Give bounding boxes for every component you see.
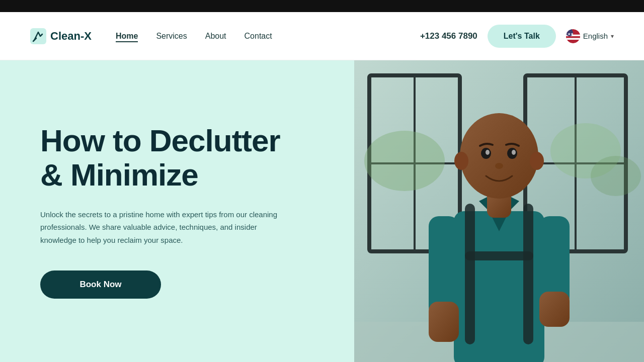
hero-title: How to Declutter & Minimize: [40, 124, 314, 192]
nav-link-home[interactable]: Home: [116, 32, 138, 42]
nav-item-contact[interactable]: Contact: [245, 32, 272, 41]
language-label: English: [583, 32, 608, 40]
hero-title-line1: How to Declutter: [40, 123, 280, 158]
nav-left: Clean-X Home Services About Contact: [30, 28, 272, 44]
hero-left: How to Declutter & Minimize Unlock the s…: [0, 60, 354, 362]
hero-right: [354, 60, 644, 362]
logo[interactable]: Clean-X: [30, 28, 92, 44]
navbar: Clean-X Home Services About Contact +123…: [0, 12, 644, 60]
nav-link-services[interactable]: Services: [156, 32, 187, 40]
svg-point-37: [486, 150, 490, 155]
nav-link-about[interactable]: About: [205, 32, 226, 40]
lets-talk-button[interactable]: Let's Talk: [488, 25, 556, 48]
svg-rect-24: [539, 292, 570, 327]
svg-rect-0: [30, 28, 46, 44]
svg-rect-27: [465, 251, 533, 260]
svg-point-32: [460, 113, 538, 199]
nav-item-services[interactable]: Services: [156, 32, 187, 41]
top-bar: [0, 0, 644, 12]
svg-point-39: [495, 163, 503, 169]
svg-point-34: [530, 152, 544, 170]
svg-text:★★★: ★★★: [566, 32, 574, 35]
us-flag-icon: ★★★: [566, 29, 580, 43]
hero-image: [354, 60, 644, 362]
nav-item-about[interactable]: About: [205, 32, 226, 41]
phone-number: +123 456 7890: [420, 31, 477, 41]
chevron-down-icon: ▾: [611, 33, 614, 40]
svg-rect-4: [566, 38, 580, 40]
hero-title-line2: & Minimize: [40, 157, 198, 192]
svg-rect-23: [429, 302, 459, 342]
nav-links: Home Services About Contact: [116, 32, 272, 41]
nav-right: +123 456 7890 Let's Talk ★★★ English ▾: [420, 25, 614, 48]
book-now-button[interactable]: Book Now: [40, 270, 161, 299]
svg-rect-25: [465, 204, 475, 344]
svg-point-33: [454, 152, 468, 170]
svg-rect-26: [523, 204, 533, 344]
logo-icon: [30, 28, 46, 44]
nav-item-home[interactable]: Home: [116, 32, 138, 41]
svg-point-38: [512, 150, 516, 155]
background-windows-svg: [354, 60, 644, 362]
hero-section: How to Declutter & Minimize Unlock the s…: [0, 60, 644, 362]
nav-link-contact[interactable]: Contact: [245, 32, 272, 40]
svg-point-16: [364, 131, 445, 191]
language-selector[interactable]: ★★★ English ▾: [566, 29, 614, 43]
logo-text: Clean-X: [50, 30, 92, 43]
svg-rect-3: [566, 36, 580, 38]
svg-point-18: [591, 156, 641, 196]
hero-subtitle: Unlock the secrets to a pristine home wi…: [40, 208, 282, 247]
